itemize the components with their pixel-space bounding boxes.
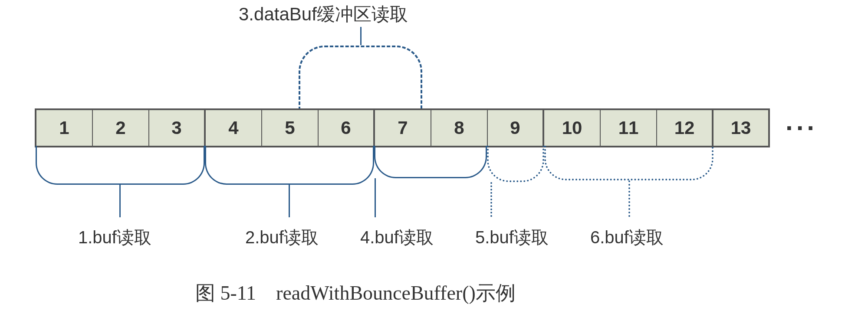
brace-1-stem [119, 185, 121, 217]
brace-4 [374, 146, 487, 178]
cell-8: 8 [431, 110, 488, 146]
brace-5-stem [490, 182, 492, 217]
brace-2 [205, 146, 374, 185]
brace-6-stem [628, 180, 630, 217]
cell-2: 2 [93, 110, 149, 146]
cell-7: 7 [375, 110, 431, 146]
cell-13: 13 [713, 110, 770, 146]
cell-12: 12 [657, 110, 713, 146]
cell-9: 9 [488, 110, 544, 146]
brace-5 [487, 146, 544, 182]
cell-4: 4 [206, 110, 262, 146]
buffer-cells-row: 1 2 3 4 5 6 7 8 9 10 11 12 13 [35, 108, 770, 147]
label-2-buf: 2.buf读取 [245, 226, 319, 249]
cell-5: 5 [262, 110, 319, 146]
figure-caption: 图 5-11 readWithBounceBuffer()示例 [195, 280, 516, 307]
cell-3: 3 [149, 110, 206, 146]
cell-11: 11 [601, 110, 657, 146]
top-connector-line [360, 27, 362, 45]
brace-6 [544, 146, 713, 180]
label-5-buf: 5.buf读取 [475, 226, 549, 249]
label-4-buf: 4.buf读取 [360, 226, 434, 249]
cell-1: 1 [36, 110, 93, 146]
cell-10: 10 [544, 110, 601, 146]
top-annotation-label: 3.dataBuf缓冲区读取 [239, 2, 408, 26]
label-1-buf: 1.buf读取 [78, 226, 151, 249]
cell-6: 6 [319, 110, 375, 146]
brace-4-stem [375, 178, 376, 217]
brace-1 [36, 146, 205, 185]
ellipsis: ··· [786, 113, 818, 143]
brace-2-stem [289, 185, 290, 217]
label-6-buf: 6.buf读取 [590, 226, 664, 249]
